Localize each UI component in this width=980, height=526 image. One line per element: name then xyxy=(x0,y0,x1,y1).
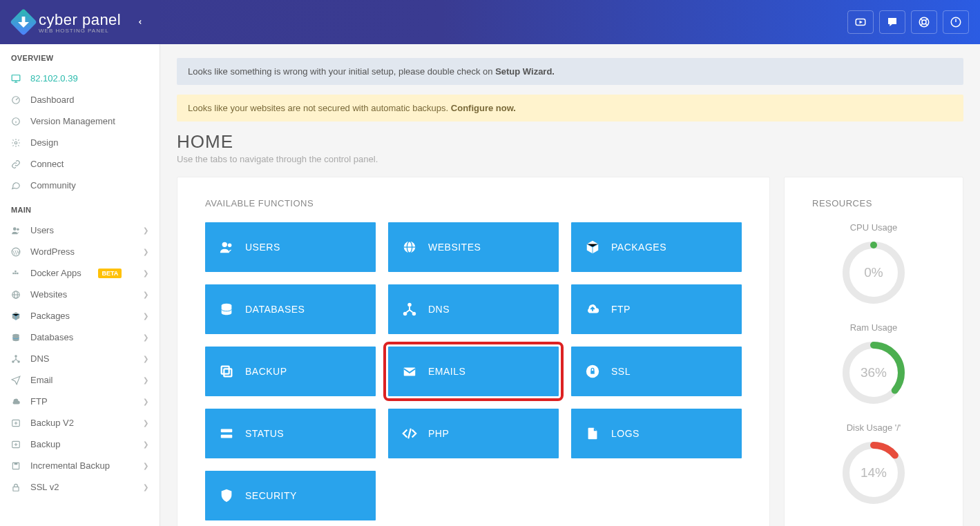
sidebar-item-label: Design xyxy=(30,137,58,148)
sidebar-item-backup-v2[interactable]: Backup V2❯ xyxy=(0,412,160,434)
users-icon xyxy=(219,240,234,255)
sidebar-item-design[interactable]: Design xyxy=(0,132,160,153)
brand-subtitle: WEB HOSTING PANEL xyxy=(39,28,121,34)
sidebar: OVERVIEW82.102.0.39DashboardVersion Mana… xyxy=(0,44,160,526)
logo-icon xyxy=(10,8,37,36)
sidebar-item-docker-apps[interactable]: Docker AppsBETA❯ xyxy=(0,262,160,284)
sidebar-item-packages[interactable]: Packages❯ xyxy=(0,305,160,327)
sidebar-item-label: 82.102.0.39 xyxy=(30,73,78,84)
sidebar-collapse-button[interactable] xyxy=(132,14,148,30)
function-tile-ftp[interactable]: FTP xyxy=(571,284,742,334)
chevron-right-icon: ❯ xyxy=(143,269,148,277)
function-tile-label: SSL xyxy=(611,366,631,377)
chevron-right-icon: ❯ xyxy=(143,291,148,298)
function-tile-databases[interactable]: DATABASES xyxy=(205,284,376,334)
copy-icon xyxy=(219,364,234,379)
backup-icon xyxy=(11,418,22,428)
users-icon xyxy=(11,226,22,235)
function-tile-logs[interactable]: LOGS xyxy=(571,409,742,458)
gauge: 36% xyxy=(840,340,907,406)
gear-icon xyxy=(11,138,22,148)
gauge: 14% xyxy=(840,440,907,506)
function-tile-emails[interactable]: EMAILS xyxy=(388,347,559,396)
chevron-right-icon: ❯ xyxy=(143,312,148,320)
function-tile-backup[interactable]: BACKUP xyxy=(205,347,376,396)
resources-panel: RESOURCES CPU Usage 0% Ram Usage 36% Dis… xyxy=(784,177,963,526)
sidebar-item-ssl-v2[interactable]: SSL v2❯ xyxy=(0,476,160,498)
chevron-right-icon: ❯ xyxy=(143,376,148,384)
sidebar-item-label: DNS xyxy=(30,353,49,364)
sidebar-item-users[interactable]: Users❯ xyxy=(0,220,160,241)
mail-icon xyxy=(402,364,417,379)
sidebar-item-label: Email xyxy=(30,375,53,385)
database-icon xyxy=(11,333,22,342)
sidebar-item-backup[interactable]: Backup❯ xyxy=(0,434,160,455)
lock-icon xyxy=(11,483,22,492)
function-tile-label: PHP xyxy=(428,428,449,439)
function-tile-websites[interactable]: WEBSITES xyxy=(388,222,559,272)
alert-setup-link[interactable]: Setup Wizard. xyxy=(495,66,555,77)
sidebar-item-dashboard[interactable]: Dashboard xyxy=(0,89,160,110)
sidebar-item-version-management[interactable]: Version Management xyxy=(0,110,160,132)
functions-heading: AVAILABLE FUNCTIONS xyxy=(205,198,742,208)
function-tile-php[interactable]: PHP xyxy=(388,409,559,458)
youtube-button[interactable] xyxy=(847,10,874,34)
sidebar-item-label: WordPress xyxy=(30,246,75,257)
function-tile-users[interactable]: USERS xyxy=(205,222,376,272)
sidebar-item-email[interactable]: Email❯ xyxy=(0,369,160,391)
sidebar-section-title: MAIN xyxy=(0,196,160,220)
sidebar-item-wordpress[interactable]: WordPress❯ xyxy=(0,241,160,262)
send-icon xyxy=(11,376,22,385)
sidebar-item-label: Databases xyxy=(30,332,73,342)
sidebar-item-databases[interactable]: Databases❯ xyxy=(0,327,160,348)
function-tile-dns[interactable]: DNS xyxy=(388,284,559,334)
main-content: Looks like something is wrong with your … xyxy=(160,44,980,526)
function-tile-label: PACKAGES xyxy=(611,242,666,253)
cloud-icon xyxy=(11,397,22,407)
save-icon xyxy=(11,461,22,471)
resource-cpu-usage: CPU Usage 0% xyxy=(812,222,935,306)
sidebar-item-community[interactable]: Community xyxy=(0,175,160,196)
sidebar-section-title: OVERVIEW xyxy=(0,44,160,68)
info-icon xyxy=(11,117,22,126)
sidebar-item-label: Backup V2 xyxy=(30,418,74,428)
sidebar-item-ftp[interactable]: FTP❯ xyxy=(0,391,160,412)
function-tile-packages[interactable]: PACKAGES xyxy=(571,222,742,272)
sidebar-item-dns[interactable]: DNS❯ xyxy=(0,348,160,369)
sidebar-item-connect[interactable]: Connect xyxy=(0,153,160,175)
beta-badge: BETA xyxy=(98,269,122,278)
sidebar-item-websites[interactable]: Websites❯ xyxy=(0,284,160,305)
sidebar-item-label: FTP xyxy=(30,396,48,407)
chevron-right-icon: ❯ xyxy=(143,440,148,448)
chevron-right-icon: ❯ xyxy=(143,398,148,405)
chevron-right-icon: ❯ xyxy=(143,248,148,255)
backup-icon xyxy=(11,440,22,449)
sidebar-item-label: Version Management xyxy=(30,116,115,126)
function-tile-label: LOGS xyxy=(611,428,640,439)
ssl-icon xyxy=(585,364,600,379)
packages-icon xyxy=(11,311,22,321)
help-button[interactable] xyxy=(911,10,937,34)
function-tile-label: SECURITY xyxy=(245,490,297,501)
function-tile-security[interactable]: SECURITY xyxy=(205,471,376,520)
function-tile-label: BACKUP xyxy=(245,366,287,377)
wordpress-icon xyxy=(11,247,22,257)
sidebar-item-label: SSL v2 xyxy=(30,482,59,492)
sidebar-item-82-102-0-39[interactable]: 82.102.0.39 xyxy=(0,68,160,89)
function-tile-status[interactable]: STATUS xyxy=(205,409,376,458)
brand-name: cyber panel xyxy=(39,11,121,29)
function-tile-label: USERS xyxy=(245,242,280,253)
monitor-icon xyxy=(11,74,22,84)
sidebar-item-label: Docker Apps xyxy=(30,268,81,278)
code-icon xyxy=(402,426,417,441)
function-tile-label: WEBSITES xyxy=(428,242,481,253)
alert-backup-link[interactable]: Configure now. xyxy=(451,103,516,113)
sidebar-item-label: Connect xyxy=(30,159,64,169)
docker-icon xyxy=(11,269,22,278)
chevron-right-icon: ❯ xyxy=(143,355,148,362)
function-tile-ssl[interactable]: SSL xyxy=(571,347,742,396)
topbar-actions xyxy=(847,10,980,34)
sidebar-item-incremental-backup[interactable]: Incremental Backup❯ xyxy=(0,455,160,476)
power-button[interactable] xyxy=(943,10,969,34)
chat-button[interactable] xyxy=(879,10,905,34)
